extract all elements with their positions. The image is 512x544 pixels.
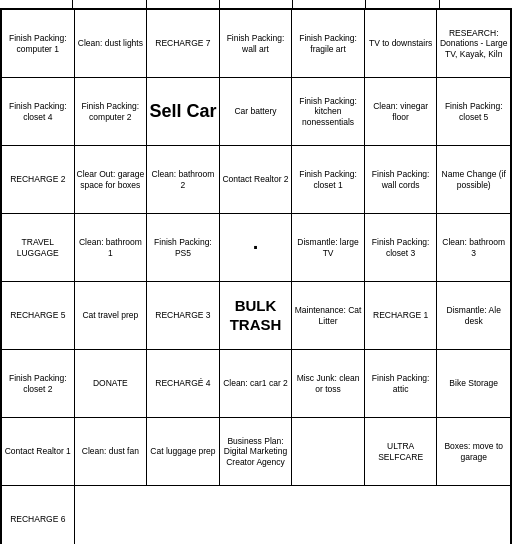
- grid-cell-29: Cat travel prep: [75, 282, 148, 350]
- grid-cell-23: Finish Packing: PS5: [147, 214, 220, 282]
- grid-cell-13: Finish Packing: closet 5: [437, 78, 510, 146]
- grid-cell-36: DONATE: [75, 350, 148, 418]
- grid-cell-5: TV to downstairs: [365, 10, 438, 78]
- grid-cell-25: Dismantle: large TV: [292, 214, 365, 282]
- grid-cell-46: [292, 418, 365, 486]
- grid-cell-38: Clean: car1 car 2: [220, 350, 293, 418]
- grid-cell-14: RECHARGE 2: [2, 146, 75, 214]
- grid-cell-8: Finish Packing: computer 2: [75, 78, 148, 146]
- grid-cell-47: ULTRA SELFCARE: [365, 418, 438, 486]
- grid-cell-24: ·: [220, 214, 293, 282]
- grid-cell-18: Finish Packing: closet 1: [292, 146, 365, 214]
- grid-cell-44: Cat luggage prep: [147, 418, 220, 486]
- header-t: [293, 0, 366, 8]
- grid-cell-43: Clean: dust fan: [75, 418, 148, 486]
- grid-cell-49: RECHARGE 6: [2, 486, 75, 544]
- grid-cell-31: BULK TRASH: [220, 282, 293, 350]
- grid-cell-21: TRAVEL LUGGAGE: [2, 214, 75, 282]
- header-f: [366, 0, 439, 8]
- grid-cell-32: Maintenance: Cat Litter: [292, 282, 365, 350]
- grid-cell-41: Bike Storage: [437, 350, 510, 418]
- grid-cell-2: RECHARGE 7: [147, 10, 220, 78]
- grid-cell-37: RECHARGÉ 4: [147, 350, 220, 418]
- grid-cell-26: Finish Packing: closet 3: [365, 214, 438, 282]
- grid-cell-10: Car battery: [220, 78, 293, 146]
- bingo-grid: Finish Packing: computer 1Clean: dust li…: [0, 10, 512, 544]
- grid-cell-34: Dismantle: Ale desk: [437, 282, 510, 350]
- header-o: [440, 0, 512, 8]
- grid-cell-48: Boxes: move to garage: [437, 418, 510, 486]
- grid-cell-9: Sell Car: [147, 78, 220, 146]
- grid-cell-16: Clean: bathroom 2: [147, 146, 220, 214]
- header-g: [220, 0, 293, 8]
- grid-cell-17: Contact Realtor 2: [220, 146, 293, 214]
- grid-cell-33: RECHARGE 1: [365, 282, 438, 350]
- grid-cell-22: Clean: bathroom 1: [75, 214, 148, 282]
- header-n: [147, 0, 220, 8]
- grid-cell-11: Finish Packing: kitchen nonessentials: [292, 78, 365, 146]
- grid-cell-45: Business Plan: Digital Marketing Creator…: [220, 418, 293, 486]
- grid-cell-39: Misc Junk: clean or toss: [292, 350, 365, 418]
- grid-cell-27: Clean: bathroom 3: [437, 214, 510, 282]
- grid-cell-19: Finish Packing: wall cords: [365, 146, 438, 214]
- grid-cell-30: RECHARGE 3: [147, 282, 220, 350]
- grid-cell-20: Name Change (if possible): [437, 146, 510, 214]
- grid-cell-6: RESEARCH: Donations - Large TV, Kayak, K…: [437, 10, 510, 78]
- header-b: [0, 0, 73, 8]
- grid-cell-7: Finish Packing: closet 4: [2, 78, 75, 146]
- grid-cell-12: Clean: vinegar floor: [365, 78, 438, 146]
- grid-cell-42: Contact Realtor 1: [2, 418, 75, 486]
- grid-cell-1: Clean: dust lights: [75, 10, 148, 78]
- grid-cell-35: Finish Packing: closet 2: [2, 350, 75, 418]
- bingo-header: [0, 0, 512, 10]
- grid-cell-3: Finish Packing: wall art: [220, 10, 293, 78]
- grid-cell-0: Finish Packing: computer 1: [2, 10, 75, 78]
- grid-cell-15: Clear Out: garage space for boxes: [75, 146, 148, 214]
- grid-cell-28: RECHARGE 5: [2, 282, 75, 350]
- header-i: [73, 0, 146, 8]
- grid-cell-40: Finish Packing: attic: [365, 350, 438, 418]
- grid-cell-4: Finish Packing: fragile art: [292, 10, 365, 78]
